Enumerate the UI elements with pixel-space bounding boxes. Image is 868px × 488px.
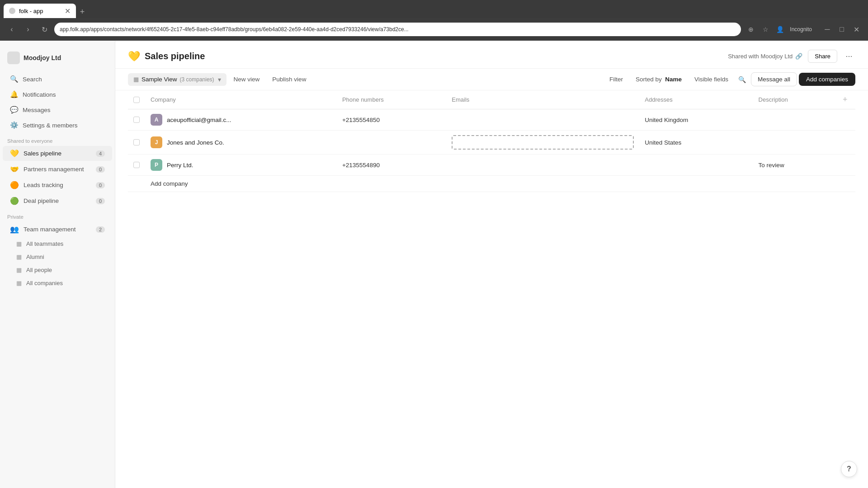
col-add[interactable]: + [837,90,855,109]
row1-description-cell[interactable] [753,109,837,131]
page-header: 💛 Sales pipeline Shared with Moodjoy Ltd… [115,41,868,69]
sales-pipeline-count: 4 [96,150,105,157]
sort-button[interactable]: Sorted by Name [630,73,687,85]
row2-address-cell[interactable]: United States [639,131,753,155]
more-options-button[interactable]: ··· [843,50,855,63]
new-view-label: New view [234,76,260,83]
reload-button[interactable]: ↻ [38,23,51,36]
row2-email-cell[interactable] [446,131,639,155]
shared-link-icon: 🔗 [795,53,802,60]
row1-email-cell[interactable] [446,109,639,131]
sidebar-item-sales-pipeline[interactable]: 💛 Sales pipeline 4 [3,146,112,161]
col-checkbox [128,90,145,109]
row2-company-name: Jones and Jones Co. [167,139,224,146]
sidebar-item-notifications[interactable]: 🔔 Notifications [3,87,112,102]
row1-address-cell[interactable]: United Kingdom [639,109,753,131]
incognito-label: Incognito [788,23,814,36]
back-button[interactable]: ‹ [5,23,18,36]
message-all-button[interactable]: Message all [751,72,797,86]
partners-label: Partners management [24,166,84,173]
row1-phone: +2135554850 [342,117,380,123]
sidebar: Moodjoy Ltd 🔍 Search 🔔 Notifications 💬 M… [0,41,115,488]
col-phone: Phone numbers [337,90,446,109]
main-content: 💛 Sales pipeline Shared with Moodjoy Ltd… [115,41,868,488]
row3-company-cell[interactable]: P Perry Ltd. [145,155,337,176]
app: Moodjoy Ltd 🔍 Search 🔔 Notifications 💬 M… [0,41,868,488]
shared-with-label: Shared with Moodjoy Ltd [728,53,793,60]
row3-email-cell[interactable] [446,155,639,176]
row3-address-cell[interactable] [639,155,753,176]
private-section-label: Private [0,209,115,221]
row2-description-cell[interactable] [753,131,837,155]
add-company-button[interactable]: Add company [145,176,855,192]
partners-count: 0 [96,166,105,173]
workspace-name: Moodjoy Ltd [24,54,61,61]
sidebar-search-label: Search [23,76,42,83]
tab-title: folk - app [19,8,43,14]
alumni-label: Alumni [26,253,44,260]
tab-close-button[interactable]: ✕ [65,7,71,15]
profile-icon[interactable]: 👤 [774,23,786,36]
row3-checkbox[interactable] [133,162,140,168]
publish-view-tab[interactable]: Publish view [267,73,311,85]
row2-checkbox-cell [128,131,145,155]
sidebar-item-all-teammates[interactable]: ▦ All teammates [3,238,112,250]
row2-phone-cell[interactable] [337,131,446,155]
row2-email-selected[interactable] [452,135,634,150]
tab-favicon [9,8,15,14]
sidebar-item-settings[interactable]: ⚙️ Settings & members [3,118,112,132]
maximize-button[interactable]: □ [835,23,848,36]
sidebar-item-deal-pipeline[interactable]: 🟢 Deal pipeline 0 [3,193,112,208]
visible-fields-button[interactable]: Visible fields [689,73,734,85]
help-button[interactable]: ? [841,461,857,477]
close-button[interactable]: ✕ [850,23,863,36]
shared-section-label: Shared to everyone [0,133,115,145]
grid-icon-people: ▦ [16,267,22,273]
minimize-button[interactable]: ─ [821,23,834,36]
share-button[interactable]: Share [808,50,837,63]
sidebar-item-all-people[interactable]: ▦ All people [3,264,112,276]
team-emoji: 👥 [10,225,19,234]
row1-extra-cell [837,109,855,131]
help-icon: ? [847,465,851,473]
select-all-checkbox[interactable] [133,97,140,103]
extension-icon[interactable]: ⊕ [745,23,757,36]
sidebar-item-all-companies[interactable]: ▦ All companies [3,277,112,289]
row2-checkbox[interactable] [133,139,140,145]
new-view-tab[interactable]: New view [228,73,265,85]
sidebar-item-alumni[interactable]: ▦ Alumni [3,251,112,263]
bookmark-icon[interactable]: ☆ [759,23,772,36]
sidebar-item-leads-tracking[interactable]: 🟠 Leads tracking 0 [3,178,112,192]
row1-company-cell[interactable]: A aceupofficial@gmail.c... [145,109,337,131]
row3-phone-cell[interactable]: +2135554890 [337,155,446,176]
sidebar-item-partners-management[interactable]: 🤝 Partners management 0 [3,162,112,177]
new-tab-button[interactable]: + [76,5,89,18]
row1-checkbox[interactable] [133,117,140,123]
sales-pipeline-emoji: 💛 [10,149,19,158]
notifications-icon: 🔔 [10,90,18,99]
sample-view-tab[interactable]: ▦ Sample View (3 companies) ▾ [128,73,226,86]
sorted-by-label: Sorted by [636,76,662,83]
row1-phone-cell[interactable]: +2135554850 [337,109,446,131]
sidebar-settings-label: Settings & members [23,122,78,129]
add-company-row[interactable]: Add company [128,176,855,192]
forward-button[interactable]: › [22,23,34,36]
filter-button[interactable]: Filter [604,73,628,85]
add-companies-button[interactable]: Add companies [799,73,855,86]
active-tab[interactable]: folk - app ✕ [4,4,76,18]
row2-extra-cell [837,131,855,155]
row3-description-cell[interactable]: To review [753,155,837,176]
address-bar[interactable]: app.folk.app/apps/contacts/network/4f652… [54,23,741,36]
view-grid-icon: ▦ [133,76,139,83]
row2-company-cell[interactable]: J Jones and Jones Co. [145,131,337,155]
sidebar-item-team-management[interactable]: 👥 Team management 2 [3,222,112,237]
row1-company-name: aceupofficial@gmail.c... [167,117,231,123]
messages-icon: 💬 [10,106,18,114]
browser-nav: ‹ › ↻ app.folk.app/apps/contacts/network… [0,18,868,41]
sidebar-item-search[interactable]: 🔍 Search [3,72,112,86]
table-area: Company Phone numbers Emails Addresses D [115,90,868,488]
grid-icon-alumni: ▦ [16,253,22,260]
workspace-header: Moodjoy Ltd [0,48,115,71]
table-search-button[interactable]: 🔍 [736,73,749,86]
sidebar-item-messages[interactable]: 💬 Messages [3,103,112,117]
